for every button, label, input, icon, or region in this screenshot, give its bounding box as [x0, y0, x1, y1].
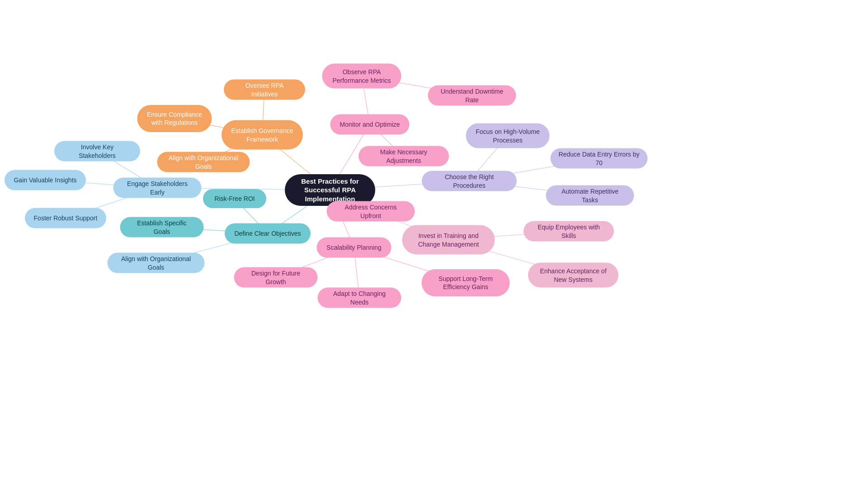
node-automate-repetitive: Automate Repetitive Tasks	[546, 186, 634, 206]
node-oversee-rpa: Oversee RPA Initiatives	[224, 80, 305, 100]
mind-map-container: Best Practices for Successful RPA Implem…	[0, 0, 868, 490]
node-establish-specific: Establish Specific Goals	[120, 217, 204, 238]
node-equip-employees: Equip Employees with Skills	[524, 221, 614, 242]
node-monitor-optimize: Monitor and Optimize	[330, 114, 410, 135]
node-focus-high-volume: Focus on High-Volume Processes	[466, 124, 550, 148]
node-design-future: Design for Future Growth	[234, 267, 318, 288]
node-enhance-acceptance: Enhance Acceptance of New Systems	[528, 263, 618, 288]
node-observe-rpa: Observe RPA Performance Metrics	[322, 64, 401, 89]
node-define-clear: Define Clear Objectives	[225, 224, 311, 244]
node-address-concerns: Address Concerns Upfront	[327, 201, 415, 222]
node-scalability-planning: Scalability Planning	[317, 238, 392, 258]
node-invest-training: Invest in Training and Change Management	[402, 225, 495, 255]
node-risk-free-roi: Risk-Free ROI	[203, 189, 266, 208]
node-foster-robust: Foster Robust Support	[25, 208, 106, 228]
node-align-org-goals-orange: Align with Organizational Goals	[157, 152, 250, 172]
node-align-org-goals-teal: Align with Organizational Goals	[108, 253, 205, 273]
node-establish-governance: Establish Governance Framework	[222, 120, 303, 150]
node-involve-key: Involve Key Stakeholders	[54, 141, 140, 162]
node-choose-right: Choose the Right Procedures	[422, 171, 517, 191]
node-support-longterm: Support Long-Term Efficiency Gains	[422, 269, 510, 296]
node-gain-valuable: Gain Valuable Insights	[5, 170, 86, 190]
node-ensure-compliance: Ensure Compliance with Regulations	[137, 105, 212, 132]
node-adapt-changing: Adapt to Changing Needs	[318, 288, 401, 308]
node-engage-stakeholders: Engage Stakeholders Early	[113, 178, 202, 198]
node-understand-downtime: Understand Downtime Rate	[428, 86, 516, 106]
node-make-adjustments: Make Necessary Adjustments	[359, 146, 449, 167]
node-reduce-data-entry: Reduce Data Entry Errors by 70	[551, 148, 648, 169]
